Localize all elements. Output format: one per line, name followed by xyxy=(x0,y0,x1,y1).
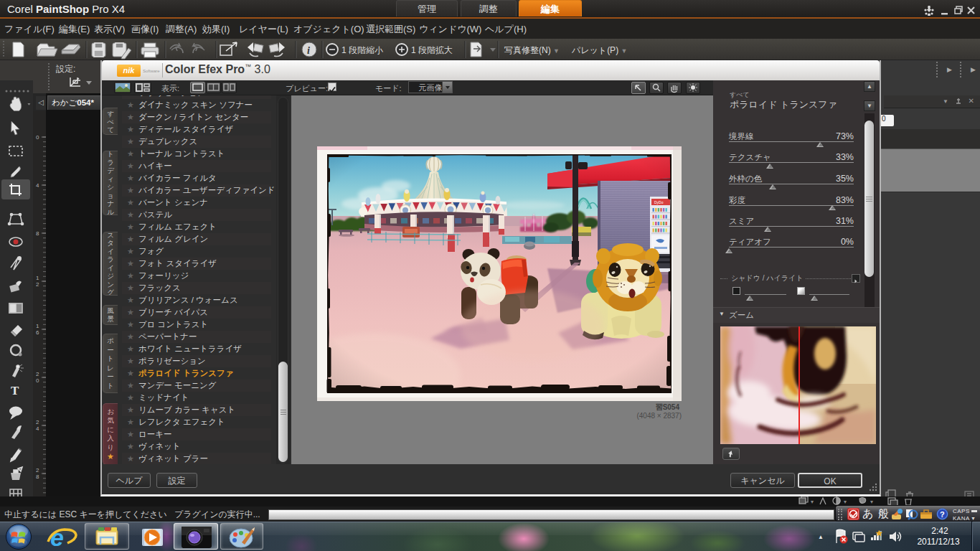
svg-text:8: 8 xyxy=(36,474,39,480)
svg-text:1: 1 xyxy=(36,323,39,329)
svg-text:0: 0 xyxy=(36,377,39,384)
svg-text:?: ? xyxy=(940,510,945,519)
svg-text:▾: ▾ xyxy=(844,499,847,505)
svg-text:2: 2 xyxy=(36,371,39,377)
svg-text:4: 4 xyxy=(36,182,39,189)
svg-text:4: 4 xyxy=(36,425,39,432)
svg-text:▾: ▾ xyxy=(811,499,814,505)
svg-text:2: 2 xyxy=(36,281,39,288)
svg-text:▾: ▾ xyxy=(870,499,873,505)
svg-text:2: 2 xyxy=(36,419,39,425)
svg-text:i: i xyxy=(307,45,310,56)
svg-text:T: T xyxy=(11,384,19,397)
svg-text:1: 1 xyxy=(36,275,39,281)
svg-text:8: 8 xyxy=(36,230,39,237)
svg-text:6: 6 xyxy=(36,329,39,336)
svg-text:0: 0 xyxy=(36,134,39,141)
svg-text:2: 2 xyxy=(36,467,39,474)
